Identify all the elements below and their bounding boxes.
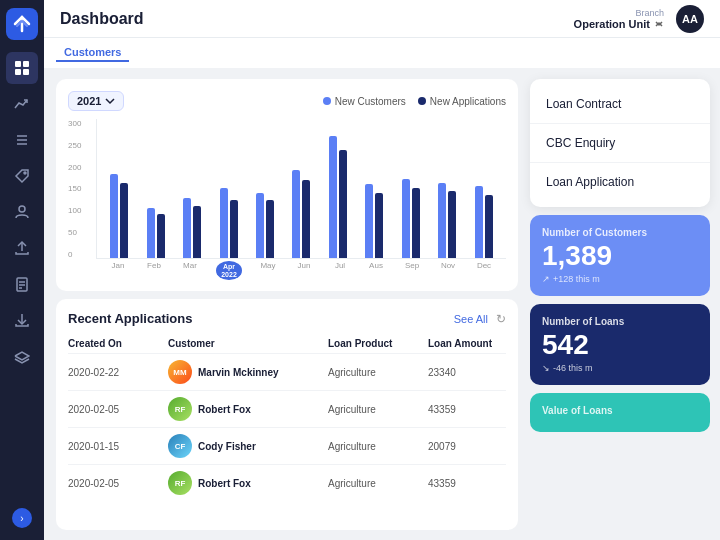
bar-mar-dark: [193, 206, 201, 258]
x-label-sep: Sep: [402, 261, 422, 280]
sidebar-expand-button[interactable]: ›: [12, 508, 32, 528]
chart-card: 2021 New Customers: [56, 79, 518, 291]
bar-feb-blue: [147, 208, 155, 258]
bar-jan-blue: [110, 174, 118, 258]
bar-group-dec: [475, 186, 493, 258]
bar-nov-blue: [438, 183, 446, 258]
table-row[interactable]: 2020-02-22 MM Marvin Mckinney Agricultur…: [68, 353, 506, 390]
x-label-aug: Aus: [366, 261, 386, 280]
avatar-1: MM: [168, 360, 192, 384]
sidebar-icon-list[interactable]: [6, 124, 38, 156]
nav-tabs: Customers: [44, 38, 720, 69]
sidebar-icon-user[interactable]: [6, 196, 38, 228]
sidebar-icon-layers[interactable]: [6, 340, 38, 372]
legend-new-applications: New Applications: [418, 96, 506, 107]
branch-label: Branch: [635, 8, 664, 18]
app-logo[interactable]: [6, 8, 38, 40]
table-row[interactable]: 2020-02-05 RF Robert Fox Agriculture 433…: [68, 390, 506, 427]
avatar-3: CF: [168, 434, 192, 458]
bar-chart: 300 250 200 150 100 50 0: [68, 119, 506, 279]
table-row[interactable]: 2020-01-15 CF Cody Fisher Agriculture 20…: [68, 427, 506, 464]
x-label-dec: Dec: [474, 261, 494, 280]
bar-feb-dark: [157, 214, 165, 258]
sidebar-icon-tag[interactable]: [6, 160, 38, 192]
dropdown-item-loan-application[interactable]: Loan Application: [530, 163, 710, 201]
bar-group-mar: [183, 198, 201, 258]
stat-card-loans: Number of Loans 542 ↘ -46 this m: [530, 304, 710, 385]
x-label-apr-active: Apr2022: [216, 261, 242, 280]
tab-customers[interactable]: Customers: [56, 44, 129, 62]
bar-sep-dark: [412, 188, 420, 258]
x-label-nov: Nov: [438, 261, 458, 280]
stat-change-loans: ↘ -46 this m: [542, 363, 698, 373]
bar-mar-blue: [183, 198, 191, 258]
sidebar-icon-download[interactable]: [6, 304, 38, 336]
sidebar-icon-clipboard[interactable]: [6, 268, 38, 300]
stat-change-customers: ↗ +128 this m: [542, 274, 698, 284]
stat-label-loans: Number of Loans: [542, 316, 698, 327]
bar-may-blue: [256, 193, 264, 258]
x-label-mar: Mar: [180, 261, 200, 280]
branch-selector[interactable]: Branch Operation Unit: [574, 8, 664, 30]
page-title: Dashboard: [60, 10, 144, 28]
cell-date-4: 2020-02-05: [68, 478, 168, 489]
x-axis: Jan Feb Mar Apr2022 May Jun Jul Aus Sep …: [96, 261, 506, 280]
cell-amount-2: 43359: [428, 404, 518, 415]
svg-rect-2: [15, 69, 21, 75]
bar-dec-blue: [475, 186, 483, 258]
recent-applications-card: Recent Applications See All ↻ Created On…: [56, 299, 518, 530]
bar-apr-blue: [220, 188, 228, 258]
cell-product-2: Agriculture: [328, 404, 428, 415]
stat-label-value: Value of Loans: [542, 405, 698, 416]
cell-date-2: 2020-02-05: [68, 404, 168, 415]
col-loan-product: Loan Product: [328, 334, 428, 353]
bars-container: [96, 119, 506, 259]
dropdown-item-loan-contract[interactable]: Loan Contract: [530, 85, 710, 124]
dropdown-item-cbc-enquiry[interactable]: CBC Enquiry: [530, 124, 710, 163]
sidebar-icon-chart[interactable]: [6, 88, 38, 120]
svg-rect-3: [23, 69, 29, 75]
stats-section: Number of Customers 1,389 ↗ +128 this m …: [530, 215, 710, 540]
chart-legend: New Customers New Applications: [323, 96, 506, 107]
table-title: Recent Applications: [68, 311, 192, 326]
x-label-feb: Feb: [144, 261, 164, 280]
x-label-jul: Jul: [330, 261, 350, 280]
topbar: Dashboard Branch Operation Unit AA: [44, 0, 720, 38]
cell-date-3: 2020-01-15: [68, 441, 168, 452]
col-created-on: Created On: [68, 334, 168, 353]
cell-amount-3: 20079: [428, 441, 518, 452]
bar-nov-dark: [448, 191, 456, 258]
bar-jan-dark: [120, 183, 128, 258]
see-all-button[interactable]: See All: [454, 313, 488, 325]
right-panel: Loan Contract CBC Enquiry Loan Applicati…: [530, 69, 720, 540]
bar-sep-blue: [402, 179, 410, 258]
branch-value[interactable]: Operation Unit: [574, 18, 664, 30]
cell-amount-4: 43359: [428, 478, 518, 489]
refresh-icon[interactable]: ↻: [496, 312, 506, 326]
chevron-icon: [654, 19, 664, 29]
cell-amount-1: 23340: [428, 367, 518, 378]
cell-customer-3: CF Cody Fisher: [168, 434, 328, 458]
legend-dot-applications: [418, 97, 426, 105]
year-selector[interactable]: 2021: [68, 91, 124, 111]
stat-card-customers: Number of Customers 1,389 ↗ +128 this m: [530, 215, 710, 296]
cell-product-4: Agriculture: [328, 478, 428, 489]
x-label-may: May: [258, 261, 278, 280]
bar-jun-dark: [302, 180, 310, 258]
bar-group-jul: [329, 136, 347, 258]
bar-jul-blue: [329, 136, 337, 258]
svg-rect-0: [15, 61, 21, 67]
sidebar-icon-upload[interactable]: [6, 232, 38, 264]
avatar-2: RF: [168, 397, 192, 421]
bar-jun-blue: [292, 170, 300, 258]
cell-product-3: Agriculture: [328, 441, 428, 452]
user-avatar[interactable]: AA: [676, 5, 704, 33]
dropdown-menu: Loan Contract CBC Enquiry Loan Applicati…: [530, 79, 710, 207]
table-row[interactable]: 2020-02-05 RF Robert Fox Agriculture 433…: [68, 464, 506, 501]
bar-group-aug: [365, 184, 383, 258]
sidebar: ›: [0, 0, 44, 540]
cell-product-1: Agriculture: [328, 367, 428, 378]
x-label-jan: Jan: [108, 261, 128, 280]
stat-value-loans: 542: [542, 331, 698, 359]
sidebar-icon-dashboard[interactable]: [6, 52, 38, 84]
